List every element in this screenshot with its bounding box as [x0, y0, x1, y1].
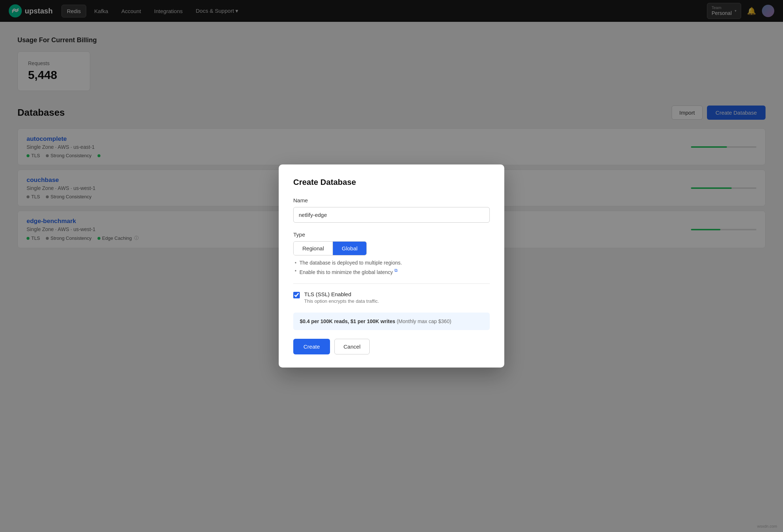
create-database-modal: Create Database Name Type Regional Globa… — [279, 164, 504, 368]
type-section: Type Regional Global The database is dep… — [293, 231, 490, 275]
modal-title: Create Database — [293, 178, 490, 187]
name-label: Name — [293, 197, 490, 203]
external-link-icon[interactable]: ⧉ — [394, 268, 398, 273]
tls-label: TLS (SSL) Enabled — [304, 291, 379, 297]
bullet-2: Enable this to minimize the global laten… — [295, 268, 490, 275]
type-global-button[interactable]: Global — [333, 242, 366, 255]
modal-overlay[interactable]: Create Database Name Type Regional Globa… — [0, 0, 783, 532]
name-section: Name — [293, 197, 490, 223]
bullet-1: The database is deployed to multiple reg… — [295, 260, 490, 266]
tls-section: TLS (SSL) Enabled This option encrypts t… — [293, 291, 490, 304]
create-button[interactable]: Create — [293, 339, 330, 354]
pricing-light: (Monthly max cap $360) — [397, 318, 451, 324]
divider — [293, 283, 490, 284]
cancel-button[interactable]: Cancel — [334, 339, 370, 354]
tls-description: This option encrypts the data traffic. — [304, 298, 379, 304]
modal-actions: Create Cancel — [293, 339, 490, 354]
tls-checkbox[interactable] — [293, 292, 300, 298]
name-input[interactable] — [293, 207, 490, 223]
type-description: The database is deployed to multiple reg… — [293, 260, 490, 275]
type-regional-button[interactable]: Regional — [294, 242, 333, 255]
pricing-bold: $0.4 per 100K reads, $1 per 100K writes — [300, 318, 395, 324]
type-label: Type — [293, 231, 490, 238]
pricing-banner: $0.4 per 100K reads, $1 per 100K writes … — [293, 313, 490, 330]
type-buttons: Regional Global — [293, 241, 367, 255]
